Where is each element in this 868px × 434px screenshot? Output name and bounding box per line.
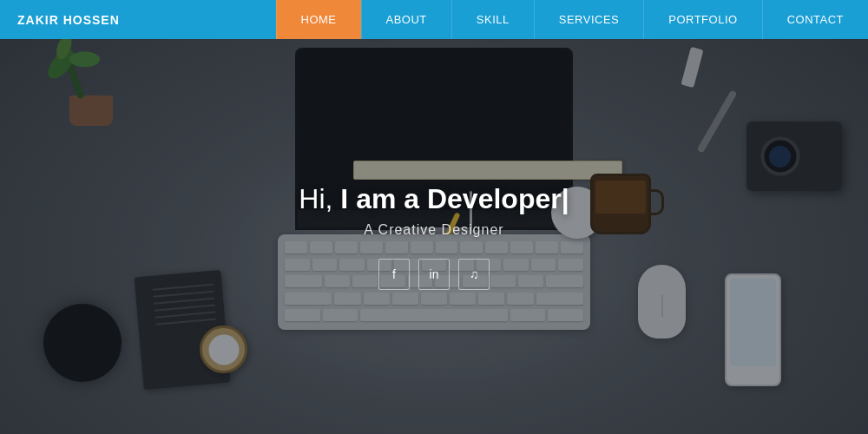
nav-links: HOME ABOUT SKILL SERVICES PORTFOLIO CONT…: [276, 0, 869, 39]
nav-item-services[interactable]: SERVICES: [534, 0, 644, 39]
hero-title-highlight: I am a Developer|: [340, 183, 569, 214]
hero-content: Hi, I am a Developer| A Creative Designe…: [0, 39, 868, 434]
nav-item-skill[interactable]: SKILL: [451, 0, 534, 39]
nav-item-portfolio[interactable]: PORTFOLIO: [643, 0, 761, 39]
navbar: ZAKIR HOSSEN HOME ABOUT SKILL SERVICES P…: [0, 0, 868, 39]
linkedin-button[interactable]: in: [418, 259, 450, 290]
hero-title: Hi, I am a Developer|: [299, 183, 569, 215]
nav-item-contact[interactable]: CONTACT: [762, 0, 868, 39]
nav-item-home[interactable]: HOME: [276, 0, 361, 39]
social-icons-group: f in ♫: [378, 259, 490, 290]
facebook-button[interactable]: f: [378, 259, 410, 290]
social-other-button[interactable]: ♫: [458, 259, 490, 290]
hero-title-prefix: Hi,: [299, 183, 340, 214]
nav-item-about[interactable]: ABOUT: [361, 0, 451, 39]
hero-subtitle: A Creative Designer: [364, 222, 503, 238]
brand-logo[interactable]: ZAKIR HOSSEN: [0, 0, 137, 39]
